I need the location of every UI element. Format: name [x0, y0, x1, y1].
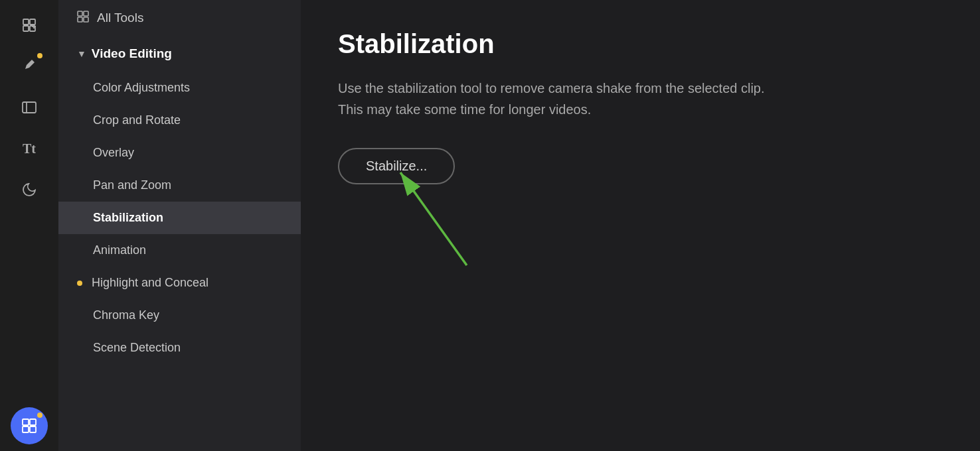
animation-label: Animation	[93, 243, 146, 257]
page-title: Stabilization	[338, 29, 943, 59]
video-editing-arrow: ▼	[77, 48, 86, 59]
stabilization-label: Stabilization	[93, 211, 163, 225]
sidebar-item-color-adjustments[interactable]: Color Adjustments	[58, 72, 301, 104]
add-icon-btn[interactable]	[11, 7, 48, 44]
pin-dot	[37, 53, 42, 58]
svg-rect-9	[30, 419, 36, 425]
scene-detection-label: Scene Detection	[93, 341, 181, 355]
sidebar-item-crop-rotate[interactable]: Crop and Rotate	[58, 104, 301, 137]
overlay-label: Overlay	[93, 146, 134, 160]
main-content: Stabilization Use the stabilization tool…	[301, 0, 980, 451]
svg-rect-15	[84, 17, 88, 22]
grid-icon-btn[interactable]	[11, 407, 48, 444]
sidebar-item-scene-detection[interactable]: Scene Detection	[58, 332, 301, 364]
sidebar-item-animation[interactable]: Animation	[58, 234, 301, 267]
sidebar-all-tools[interactable]: All Tools	[58, 0, 301, 36]
page-description: Use the stabilization tool to remove cam…	[338, 78, 882, 120]
pan-zoom-label: Pan and Zoom	[93, 178, 171, 192]
all-tools-label: All Tools	[97, 11, 143, 25]
highlight-conceal-dot	[77, 281, 82, 286]
svg-rect-14	[78, 17, 82, 22]
moon-icon-btn[interactable]	[11, 171, 48, 208]
annotation-arrow	[361, 139, 507, 272]
svg-rect-13	[84, 11, 88, 16]
svg-rect-11	[30, 426, 36, 432]
svg-rect-6	[23, 102, 36, 113]
text-icon-btn[interactable]: Tt	[11, 130, 48, 167]
svg-rect-10	[23, 426, 29, 432]
crop-rotate-label: Crop and Rotate	[93, 113, 181, 127]
color-adjustments-label: Color Adjustments	[93, 81, 190, 95]
pin-icon-btn[interactable]	[11, 48, 48, 85]
sidebar-item-pan-zoom[interactable]: Pan and Zoom	[58, 169, 301, 202]
highlight-conceal-label: Highlight and Conceal	[92, 276, 208, 290]
sidebar-video-editing[interactable]: ▼ Video Editing	[58, 36, 301, 72]
sidebar-item-highlight-conceal[interactable]: Highlight and Conceal	[58, 267, 301, 299]
svg-rect-8	[23, 419, 29, 425]
svg-rect-2	[23, 26, 29, 31]
chroma-key-label: Chroma Key	[93, 308, 159, 322]
svg-rect-12	[78, 11, 82, 16]
all-tools-grid-icon	[77, 11, 89, 25]
trim-icon-btn[interactable]	[11, 89, 48, 126]
svg-line-17	[400, 172, 467, 265]
icon-bar: Tt	[0, 0, 58, 451]
svg-rect-0	[23, 19, 29, 25]
svg-rect-1	[30, 19, 35, 25]
sidebar-item-overlay[interactable]: Overlay	[58, 137, 301, 169]
grid-dot	[37, 413, 42, 418]
video-editing-label: Video Editing	[92, 46, 172, 61]
sidebar-item-chroma-key[interactable]: Chroma Key	[58, 299, 301, 332]
sidebar: All Tools ▼ Video Editing Color Adjustme…	[58, 0, 301, 451]
sidebar-item-stabilization[interactable]: Stabilization	[58, 202, 301, 234]
